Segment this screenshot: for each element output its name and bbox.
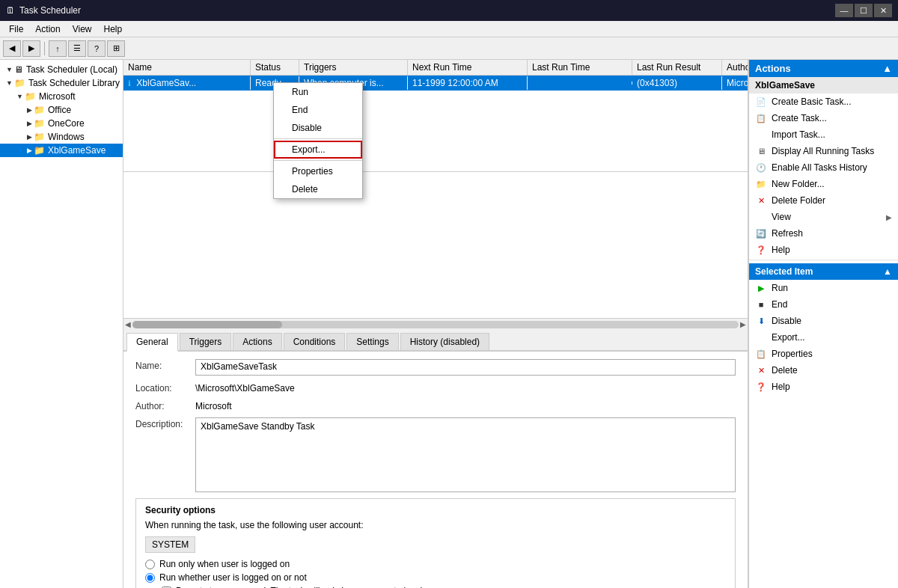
detail-author-row: Author: Microsoft <box>135 399 736 411</box>
location-label: Location: <box>135 382 195 393</box>
description-label: Description: <box>135 417 195 429</box>
col-header-author[interactable]: Author <box>722 60 748 75</box>
tree-item-local[interactable]: ▼ 🖥 Task Scheduler (Local) <box>0 63 123 76</box>
action-new-folder[interactable]: 📁 New Folder... <box>749 176 898 192</box>
selected-action-end[interactable]: ■ End <box>749 296 898 313</box>
action-import-task-label: Import Task... <box>772 129 825 140</box>
selected-action-help[interactable]: ❓ Help <box>749 379 898 395</box>
task-name: ℹ XblGameSav... <box>123 76 251 90</box>
scroll-area: ◀ ▶ <box>123 318 748 330</box>
tab-actions[interactable]: Actions <box>233 333 281 350</box>
selected-delete-label: Delete <box>772 365 798 376</box>
radio-whether-logged: Run whether user is logged on or not <box>145 572 726 583</box>
radio-whether-logged-input[interactable] <box>145 573 155 583</box>
h-scrollbar-thumb[interactable] <box>132 321 282 328</box>
actions-panel: Actions ▲ XblGameSave 📄 Create Basic Tas… <box>748 60 898 588</box>
action-refresh[interactable]: 🔄 Refresh <box>749 225 898 242</box>
tree-label-xbl: XblGameSave <box>48 145 106 156</box>
xblgamesave-label: XblGameSave <box>755 80 815 91</box>
action-create-task[interactable]: 📋 Create Task... <box>749 110 898 126</box>
tab-triggers[interactable]: Triggers <box>180 333 232 350</box>
tree-item-onecore[interactable]: ▶ 📁 OneCore <box>0 117 123 130</box>
menu-button[interactable]: ☰ <box>68 40 86 57</box>
maximize-button[interactable]: ☐ <box>855 4 873 17</box>
col-header-triggers[interactable]: Triggers <box>299 60 408 75</box>
radio-logged-on-input[interactable] <box>145 560 155 569</box>
tab-general[interactable]: General <box>126 333 178 352</box>
action-create-basic[interactable]: 📄 Create Basic Task... <box>749 94 898 110</box>
tree-item-library[interactable]: ▼ 📁 Task Scheduler Library <box>0 76 123 90</box>
description-value[interactable]: XblGameSave Standby Task <box>195 417 736 492</box>
menu-action[interactable]: Action <box>29 22 66 36</box>
tree-item-windows[interactable]: ▶ 📁 Windows <box>0 130 123 144</box>
help-toolbar-button[interactable]: ? <box>88 40 106 57</box>
grid-button[interactable]: ⊞ <box>107 40 125 57</box>
close-button[interactable]: ✕ <box>874 4 892 17</box>
col-header-name[interactable]: Name <box>123 60 251 75</box>
action-import-task[interactable]: Import Task... <box>749 126 898 143</box>
action-view[interactable]: View ▶ <box>749 209 898 225</box>
menu-bar: File Action View Help <box>0 21 898 37</box>
action-display-all[interactable]: 🖥 Display All Running Tasks <box>749 143 898 159</box>
name-label: Name: <box>135 359 195 371</box>
col-header-result[interactable]: Last Run Result <box>632 60 722 75</box>
computer-icon: 🖥 <box>14 64 23 75</box>
selected-action-run[interactable]: ▶ Run <box>749 280 898 296</box>
view-arrow-icon: ▶ <box>886 213 892 221</box>
col-header-next[interactable]: Next Run Time <box>408 60 528 75</box>
context-menu-properties[interactable]: Properties <box>274 162 362 180</box>
col-header-status[interactable]: Status <box>251 60 299 75</box>
tab-conditions[interactable]: Conditions <box>284 333 346 350</box>
h-scrollbar[interactable] <box>132 321 739 328</box>
col-header-last[interactable]: Last Run Time <box>528 60 632 75</box>
context-menu-run[interactable]: Run <box>274 83 362 101</box>
tab-settings[interactable]: Settings <box>346 333 398 350</box>
scroll-left-arrow[interactable]: ◀ <box>125 320 131 328</box>
folder-icon-office: 📁 <box>34 105 45 115</box>
selected-action-export[interactable]: Export... <box>749 329 898 346</box>
menu-help[interactable]: Help <box>98 22 129 36</box>
task-list: Name Status Triggers Next Run Time Last … <box>123 60 748 172</box>
new-folder-icon: 📁 <box>755 178 767 190</box>
selected-help-label: Help <box>772 382 790 392</box>
forward-button[interactable]: ▶ <box>22 40 40 57</box>
context-menu-end[interactable]: End <box>274 101 362 119</box>
table-row[interactable]: ℹ XblGameSav... Ready When computer is..… <box>123 76 748 91</box>
minimize-button[interactable]: — <box>835 4 853 17</box>
display-all-icon: 🖥 <box>755 145 767 157</box>
scroll-right-arrow[interactable]: ▶ <box>740 320 746 328</box>
tab-history[interactable]: History (disabled) <box>400 333 489 350</box>
context-menu-disable[interactable]: Disable <box>274 119 362 137</box>
tree-item-xblgamesave[interactable]: ▶ 📁 XblGameSave <box>0 144 123 157</box>
selected-action-properties[interactable]: 📋 Properties <box>749 346 898 362</box>
tree-item-microsoft[interactable]: ▼ 📁 Microsoft <box>0 90 123 103</box>
selected-help-icon: ❓ <box>755 381 767 393</box>
menu-view[interactable]: View <box>67 22 98 36</box>
main-container: ▼ 🖥 Task Scheduler (Local) ▼ 📁 Task Sche… <box>0 60 898 588</box>
context-menu-delete[interactable]: Delete <box>274 180 362 198</box>
menu-file[interactable]: File <box>3 22 29 36</box>
selected-action-disable[interactable]: ⬇ Disable <box>749 313 898 329</box>
expand-arrow-office: ▶ <box>27 106 32 114</box>
context-menu-export[interactable]: Export... <box>274 141 362 159</box>
back-button[interactable]: ◀ <box>3 40 21 57</box>
selected-end-label: End <box>772 299 787 310</box>
expand-arrow-ms: ▼ <box>16 93 23 100</box>
tree-item-office[interactable]: ▶ 📁 Office <box>0 103 123 117</box>
selected-action-delete[interactable]: ✕ Delete <box>749 362 898 379</box>
actions-collapse-icon[interactable]: ▲ <box>882 63 892 74</box>
up-button[interactable]: ↑ <box>49 40 67 57</box>
enable-history-icon: 🕐 <box>755 162 767 174</box>
action-delete-folder-label: Delete Folder <box>772 195 825 206</box>
create-basic-icon: 📄 <box>755 96 767 108</box>
action-enable-history[interactable]: 🕐 Enable All Tasks History <box>749 159 898 176</box>
action-delete-folder[interactable]: ✕ Delete Folder <box>749 192 898 209</box>
selected-collapse-icon[interactable]: ▲ <box>883 266 892 277</box>
name-value[interactable]: XblGameSaveTask <box>195 359 736 376</box>
tree-label-onecore: OneCore <box>48 118 85 129</box>
action-help[interactable]: ❓ Help <box>749 242 898 258</box>
actions-panel-header: Actions ▲ <box>749 60 898 77</box>
app-title: Task Scheduler <box>19 5 81 16</box>
selected-export-label: Export... <box>772 332 805 343</box>
selected-properties-icon: 📋 <box>755 348 767 360</box>
